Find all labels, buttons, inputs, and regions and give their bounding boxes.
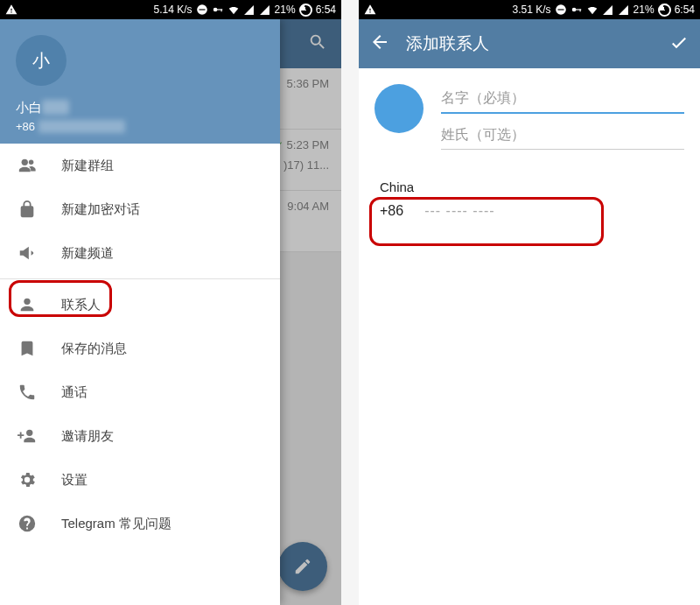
add-contact-form: China +86 --- ---- ---- bbox=[359, 68, 700, 238]
drawer-item-label: Telegram 常见问题 bbox=[61, 516, 172, 532]
toolbar: 添加联系人 bbox=[359, 19, 700, 68]
first-name-field[interactable] bbox=[441, 84, 684, 114]
phone-left: 5.14 K/s 21% 6:54 bbox=[0, 0, 341, 605]
status-bar: 3.51 K/s 21% 6:54 bbox=[359, 0, 700, 19]
bookmark-icon bbox=[18, 339, 37, 358]
svg-rect-10 bbox=[557, 9, 564, 10]
warning-icon bbox=[5, 4, 18, 16]
svg-rect-13 bbox=[579, 9, 580, 11]
signal-icon-2 bbox=[618, 4, 630, 16]
drawer-list: 新建群组 新建加密对话 新建频道 联系人 保存的消息 通话 bbox=[0, 144, 280, 605]
dnd-icon bbox=[555, 4, 567, 16]
vpn-key-icon bbox=[212, 4, 224, 16]
network-speed: 3.51 K/s bbox=[513, 4, 551, 16]
clock: 6:54 bbox=[316, 4, 336, 16]
drawer-item-settings[interactable]: 设置 bbox=[0, 458, 280, 502]
drawer-item-saved[interactable]: 保存的消息 bbox=[0, 327, 280, 370]
network-speed: 5.14 K/s bbox=[154, 4, 192, 16]
divider bbox=[0, 278, 280, 279]
svg-rect-1 bbox=[199, 9, 205, 10]
drawer-item-label: 通话 bbox=[61, 384, 88, 401]
last-name-field[interactable] bbox=[441, 121, 684, 150]
signal-icon bbox=[602, 4, 614, 16]
help-icon bbox=[18, 514, 37, 533]
call-icon bbox=[18, 383, 37, 402]
svg-point-11 bbox=[571, 8, 576, 12]
svg-point-6 bbox=[29, 160, 34, 165]
navigation-drawer: 小 小白xxx +86 xxxxxxxxxxxxxx 新建群组 新建加密对话 新… bbox=[0, 19, 280, 605]
confirm-icon[interactable] bbox=[668, 32, 690, 56]
battery-percent: 21% bbox=[634, 4, 654, 16]
drawer-item-new-secret[interactable]: 新建加密对话 bbox=[0, 187, 280, 231]
lock-icon bbox=[18, 200, 37, 219]
wifi-icon bbox=[586, 4, 598, 16]
page-title: 添加联系人 bbox=[406, 32, 489, 55]
contacts-icon bbox=[18, 295, 37, 314]
phone-number-field[interactable]: --- ---- ---- bbox=[424, 203, 495, 219]
drawer-item-label: 新建频道 bbox=[61, 245, 114, 262]
drawer-item-new-group[interactable]: 新建群组 bbox=[0, 144, 280, 187]
phone-right: 3.51 K/s 21% 6:54 添加联系人 bbox=[359, 0, 700, 605]
drawer-item-label: 联系人 bbox=[61, 297, 101, 313]
status-bar: 5.14 K/s 21% 6:54 bbox=[0, 0, 341, 19]
invite-icon bbox=[18, 426, 37, 446]
contact-avatar[interactable] bbox=[374, 84, 424, 133]
drawer-item-label: 保存的消息 bbox=[61, 341, 127, 357]
user-avatar[interactable]: 小 bbox=[16, 35, 66, 86]
country-selector[interactable]: China bbox=[380, 179, 684, 194]
settings-icon bbox=[18, 470, 37, 489]
dnd-icon bbox=[196, 4, 208, 16]
svg-point-7 bbox=[24, 299, 30, 305]
svg-point-2 bbox=[213, 8, 217, 12]
svg-rect-4 bbox=[220, 9, 221, 11]
signal-icon-2 bbox=[259, 4, 271, 16]
user-phone: +86 xxxxxxxxxxxxxx bbox=[16, 120, 264, 133]
drawer-item-invite[interactable]: 邀请朋友 bbox=[0, 414, 280, 458]
battery-percent: 21% bbox=[275, 4, 296, 16]
battery-icon bbox=[299, 4, 312, 17]
battery-icon bbox=[658, 4, 671, 17]
svg-point-8 bbox=[26, 430, 32, 436]
vpn-key-icon bbox=[570, 4, 583, 16]
wifi-icon bbox=[228, 4, 240, 16]
group-icon bbox=[18, 156, 37, 175]
svg-point-5 bbox=[22, 159, 28, 165]
user-name: 小白xxx bbox=[16, 100, 264, 116]
phone-code[interactable]: +86 bbox=[380, 203, 403, 219]
drawer-item-label: 新建加密对话 bbox=[61, 201, 140, 218]
drawer-item-faq[interactable]: Telegram 常见问题 bbox=[0, 502, 280, 545]
drawer-item-label: 新建群组 bbox=[61, 158, 114, 174]
drawer-item-label: 设置 bbox=[61, 472, 88, 489]
drawer-item-calls[interactable]: 通话 bbox=[0, 370, 280, 414]
warning-icon bbox=[364, 4, 376, 16]
drawer-item-label: 邀请朋友 bbox=[61, 428, 114, 445]
signal-icon bbox=[243, 4, 256, 16]
back-icon[interactable] bbox=[369, 32, 390, 56]
drawer-item-new-channel[interactable]: 新建频道 bbox=[0, 231, 280, 275]
drawer-header: 小 小白xxx +86 xxxxxxxxxxxxxx bbox=[0, 19, 280, 144]
phone-input-row[interactable]: +86 --- ---- ---- bbox=[374, 200, 684, 222]
drawer-item-contacts[interactable]: 联系人 bbox=[0, 283, 280, 327]
megaphone-icon bbox=[18, 243, 37, 263]
clock: 6:54 bbox=[675, 4, 695, 16]
